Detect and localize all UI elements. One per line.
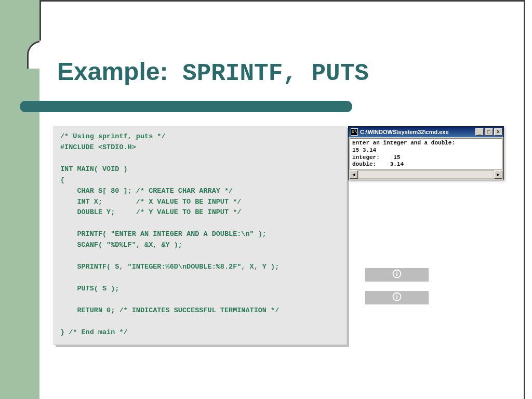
svg-point-4 [396,294,397,295]
cmd-window: c\ C:\WINDOWS\system32\cmd.exe _ □ × Ent… [348,126,504,180]
title-code: SPRINTF, PUTS [168,60,368,87]
code-card: /* Using sprintf, puts */ #INCLUDE <STDI… [54,126,347,345]
cmd-icon: c\ [351,128,358,136]
frame-right-line [524,0,525,399]
code-listing: /* Using sprintf, puts */ #INCLUDE <STDI… [60,131,340,338]
minimize-button[interactable]: _ [475,128,484,136]
scroll-track[interactable] [358,170,494,179]
scroll-right-button[interactable]: ► [494,170,502,179]
title-heading: Example: [57,58,168,85]
frame-top-line [39,0,524,2]
close-button[interactable]: × [494,128,502,136]
maximize-button[interactable]: □ [485,128,493,136]
cmd-scrollbar[interactable]: ◄ ► [350,170,502,179]
cmd-titlebar[interactable]: c\ C:\WINDOWS\system32\cmd.exe _ □ × [349,127,503,137]
scroll-left-button[interactable]: ◄ [350,170,358,179]
svg-rect-2 [396,273,397,276]
title-underline-bar [20,101,352,112]
svg-rect-5 [396,296,397,299]
svg-point-1 [396,271,397,272]
info-pill-1[interactable] [365,268,429,282]
info-pill-2[interactable] [365,291,429,304]
info-icon [392,292,402,303]
info-icon [392,269,402,281]
slide-title: Example: SPRINTF, PUTS [57,57,369,87]
cmd-output: Enter an integer and a double: 15 3.14 i… [350,138,502,169]
cmd-title-text: C:\WINDOWS\system32\cmd.exe [360,129,473,135]
